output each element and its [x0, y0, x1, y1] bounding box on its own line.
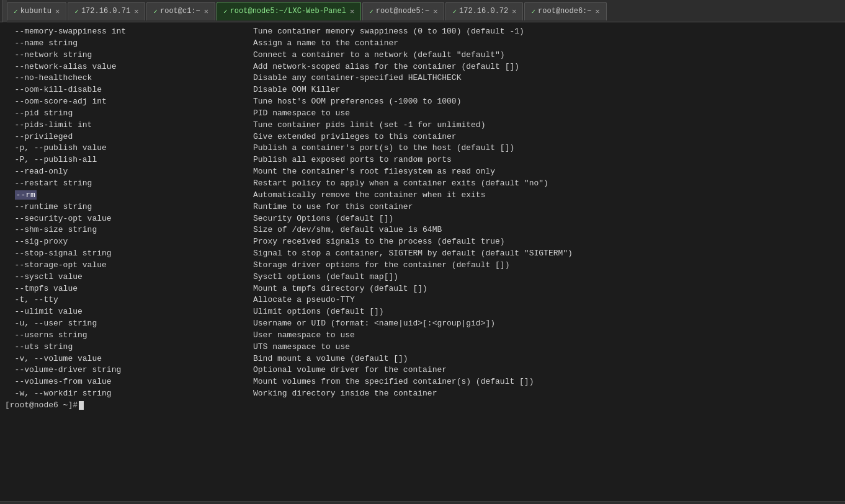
tab-3[interactable]: ✓root@node5:~/LXC-Web-Panel✕ — [217, 2, 361, 20]
tab-close-icon-0[interactable]: ✕ — [55, 7, 60, 16]
term-flag-7: --pid string — [5, 108, 253, 120]
term-flag-26: --userns string — [5, 330, 253, 342]
term-desc-4: Disable any container-specified HEALTHCH… — [253, 73, 461, 84]
tab-check-icon-2: ✓ — [153, 7, 158, 15]
term-flag-2: --network string — [5, 50, 253, 61]
term-flag-0: --memory-swappiness int — [5, 26, 253, 38]
main-area: --memory-swappiness intTune container me… — [0, 22, 845, 501]
prompt-text: [root@node6 ~]# — [5, 400, 78, 412]
highlight-rm: --rm — [15, 190, 37, 200]
term-desc-7: PID namespace to use — [253, 108, 350, 120]
term-line-5: --oom-kill-disableDisable OOM Killer — [5, 84, 840, 96]
terminal[interactable]: --memory-swappiness intTune container me… — [0, 22, 845, 501]
term-line-26: --userns stringUser namespace to use — [5, 330, 840, 342]
term-line-28: -v, --volume valueBind mount a volume (d… — [5, 353, 840, 365]
tab-1[interactable]: ✓172.16.0.71✕ — [68, 2, 145, 20]
term-desc-27: UTS namespace to use — [253, 342, 350, 353]
tab-close-icon-4[interactable]: ✕ — [433, 7, 437, 16]
term-line-25: -u, --user stringUsername or UID (format… — [5, 318, 840, 330]
term-desc-28: Bind mount a volume (default []) — [253, 353, 408, 365]
term-flag-23: -t, --tty — [5, 294, 253, 306]
term-flag-6: --oom-score-adj int — [5, 96, 253, 108]
term-line-6: --oom-score-adj intTune host's OOM prefe… — [5, 96, 840, 108]
term-flag-12: --read-only — [5, 166, 253, 178]
term-line-23: -t, --ttyAllocate a pseudo-TTY — [5, 294, 840, 306]
term-flag-28: -v, --volume value — [5, 353, 253, 365]
term-flag-21: --sysctl value — [5, 272, 253, 283]
tab-label-4: root@node5:~ — [376, 7, 429, 15]
term-desc-9: Give extended privileges to this contain… — [253, 131, 457, 143]
term-desc-17: Size of /dev/shm, default value is 64MB — [253, 224, 442, 236]
bottom-bar — [0, 501, 845, 504]
tab-close-icon-5[interactable]: ✕ — [512, 7, 516, 16]
term-flag-24: --ulimit value — [5, 306, 253, 318]
term-desc-3: Add network-scoped alias for the contain… — [253, 61, 519, 73]
tab-check-icon-1: ✓ — [74, 7, 79, 15]
term-desc-11: Publish all exposed ports to random port… — [253, 154, 452, 166]
term-desc-29: Optional volume driver for the container — [253, 365, 447, 376]
term-desc-31: Working directory inside the container — [253, 388, 437, 400]
term-desc-30: Mount volumes from the specified contain… — [253, 376, 534, 388]
tab-label-6: root@node6:~ — [538, 7, 591, 15]
tab-close-icon-6[interactable]: ✕ — [596, 7, 600, 16]
term-desc-14: Automatically remove the container when … — [253, 190, 485, 201]
term-line-27: --uts stringUTS namespace to use — [5, 342, 840, 353]
term-line-8: --pids-limit intTune container pids limi… — [5, 120, 840, 131]
term-desc-6: Tune host's OOM preferences (-1000 to 10… — [253, 96, 461, 108]
term-line-22: --tmpfs valueMount a tmpfs directory (de… — [5, 283, 840, 295]
tab-check-icon-5: ✓ — [452, 7, 457, 15]
term-flag-9: --privileged — [5, 131, 253, 143]
term-desc-2: Connect a container to a network (defaul… — [253, 50, 505, 61]
term-line-1: --name stringAssign a name to the contai… — [5, 38, 840, 50]
term-line-31: -w, --workdir stringWorking directory in… — [5, 388, 840, 400]
term-desc-18: Proxy received signals to the process (d… — [253, 236, 505, 248]
term-desc-16: Security Options (default []) — [253, 213, 393, 225]
tab-close-icon-2[interactable]: ✕ — [204, 7, 208, 16]
tab-5[interactable]: ✓172.16.0.72✕ — [445, 2, 523, 20]
tab-bar: ✓kubuntu✕✓172.16.0.71✕✓root@c1:~✕✓root@n… — [0, 0, 845, 22]
term-desc-25: Username or UID (format: <name|uid>[:<gr… — [253, 318, 495, 330]
tab-0[interactable]: ✓kubuntu✕ — [7, 2, 66, 20]
term-line-24: --ulimit valueUlimit options (default []… — [5, 306, 840, 318]
tab-label-3: root@node5:~/LXC-Web-Panel — [230, 7, 346, 15]
term-line-17: --shm-size stringSize of /dev/shm, defau… — [5, 224, 840, 236]
term-desc-21: Sysctl options (default map[]) — [253, 272, 398, 283]
term-desc-23: Allocate a pseudo-TTY — [253, 294, 355, 306]
tab-label-2: root@c1:~ — [160, 7, 200, 15]
cursor-block — [79, 401, 84, 410]
term-line-20: --storage-opt valueStorage driver option… — [5, 260, 840, 272]
term-flag-30: --volumes-from value — [5, 376, 253, 388]
term-flag-10: -p, --publish value — [5, 143, 253, 154]
term-line-0: --memory-swappiness intTune container me… — [5, 26, 840, 38]
term-desc-26: User namespace to use — [253, 330, 355, 342]
term-desc-5: Disable OOM Killer — [253, 84, 340, 96]
term-desc-13: Restart policy to apply when a container… — [253, 178, 548, 190]
term-line-2: --network stringConnect a container to a… — [5, 50, 840, 61]
term-flag-11: -P, --publish-all — [5, 154, 253, 166]
tab-check-icon-0: ✓ — [14, 7, 18, 15]
term-flag-20: --storage-opt value — [5, 260, 253, 272]
term-line-10: -p, --publish valuePublish a container's… — [5, 143, 840, 154]
tab-close-icon-3[interactable]: ✕ — [350, 7, 354, 16]
term-line-9: --privilegedGive extended privileges to … — [5, 131, 840, 143]
tab-6[interactable]: ✓root@node6:~✕ — [524, 2, 606, 20]
tab-close-icon-1[interactable]: ✕ — [134, 7, 138, 16]
term-desc-24: Ulimit options (default []) — [253, 306, 384, 318]
prompt-line: [root@node6 ~]# — [5, 400, 840, 412]
term-line-3: --network-alias valueAdd network-scoped … — [5, 61, 840, 73]
term-flag-14: --rm — [5, 190, 253, 201]
term-flag-15: --runtime string — [5, 201, 253, 213]
term-line-11: -P, --publish-allPublish all exposed por… — [5, 154, 840, 166]
tab-4[interactable]: ✓root@node5:~✕ — [362, 2, 444, 20]
tab-label-0: kubuntu — [20, 7, 51, 15]
tab-check-icon-6: ✓ — [531, 7, 535, 15]
term-flag-17: --shm-size string — [5, 224, 253, 236]
term-flag-3: --network-alias value — [5, 61, 253, 73]
term-desc-19: Signal to stop a container, SIGTERM by d… — [253, 248, 573, 260]
term-desc-20: Storage driver options for the container… — [253, 260, 509, 272]
term-flag-13: --restart string — [5, 178, 253, 190]
tab-2[interactable]: ✓root@c1:~✕ — [146, 2, 215, 20]
term-flag-31: -w, --workdir string — [5, 388, 253, 400]
term-line-12: --read-onlyMount the container's root fi… — [5, 166, 840, 178]
term-line-7: --pid stringPID namespace to use — [5, 108, 840, 120]
